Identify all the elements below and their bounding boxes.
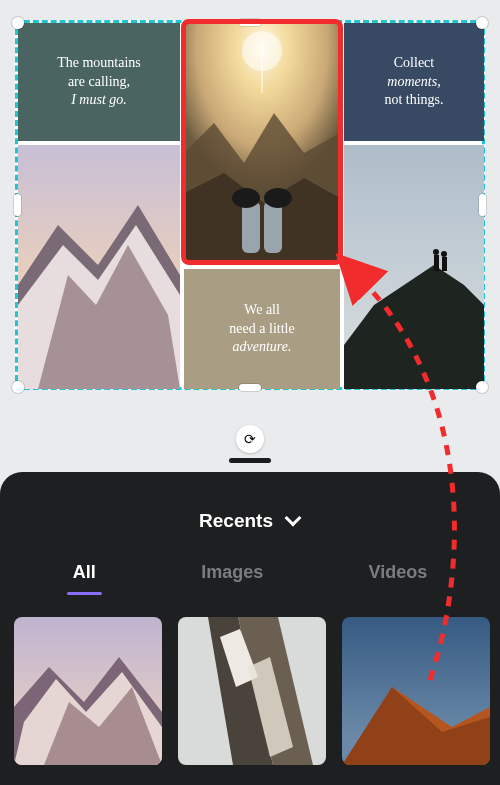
quote-line: Collect xyxy=(394,55,434,70)
quote-line: not things. xyxy=(384,92,443,107)
svg-rect-11 xyxy=(442,257,447,271)
svg-rect-6 xyxy=(261,43,263,93)
collage-tile-quote-3[interactable]: We all need a little adventure. xyxy=(184,269,340,389)
tab-images[interactable]: Images xyxy=(201,562,263,593)
selection-handle-corner[interactable] xyxy=(476,381,488,393)
collage-tile-image-right[interactable] xyxy=(344,145,484,389)
collage-tile-image-center[interactable] xyxy=(184,23,340,261)
collage-tile-quote-1[interactable]: The mountains are calling, I must go. xyxy=(18,23,180,141)
svg-rect-1 xyxy=(242,201,260,253)
sheet-drag-handle[interactable] xyxy=(229,458,271,463)
quote-line-emph: moments, xyxy=(387,74,440,89)
collage-frame[interactable]: The mountains are calling, I must go. xyxy=(15,20,485,390)
svg-rect-9 xyxy=(434,255,439,271)
selection-handle-edge[interactable] xyxy=(239,384,261,391)
selection-handle-corner[interactable] xyxy=(12,381,24,393)
tab-all[interactable]: All xyxy=(73,562,96,593)
mountain-sunflare-image xyxy=(184,23,340,261)
canvas-area: The mountains are calling, I must go. xyxy=(0,0,500,390)
tab-videos[interactable]: Videos xyxy=(369,562,428,593)
svg-point-3 xyxy=(232,188,260,208)
media-picker-sheet: Recents All Images Videos xyxy=(0,472,500,785)
quote-line-emph: I must go. xyxy=(71,92,127,107)
selection-handle-edge[interactable] xyxy=(14,194,21,216)
svg-point-4 xyxy=(264,188,292,208)
rotate-icon: ⟳ xyxy=(244,431,256,448)
selection-handle-corner[interactable] xyxy=(476,17,488,29)
quote-line: need a little xyxy=(229,321,294,336)
collage-tile-quote-2[interactable]: Collect moments, not things. xyxy=(344,23,484,141)
media-thumbnail[interactable] xyxy=(342,617,490,765)
snowy-peak-image xyxy=(18,145,180,389)
picker-source-selector[interactable]: Recents xyxy=(0,510,500,532)
selection-handle-edge[interactable] xyxy=(239,19,261,26)
svg-point-12 xyxy=(441,251,447,257)
hikers-silhouette-image xyxy=(344,145,484,389)
picker-tabs: All Images Videos xyxy=(0,562,500,593)
media-thumbnail[interactable] xyxy=(178,617,326,765)
picker-source-label: Recents xyxy=(199,510,273,532)
rotate-button[interactable]: ⟳ xyxy=(236,425,264,453)
collage-tile-image-left[interactable] xyxy=(18,145,180,389)
quote-line-emph: adventure. xyxy=(233,339,292,354)
quote-line: are calling, xyxy=(68,74,130,89)
quote-line: The mountains xyxy=(57,55,141,70)
thumbnail-strip xyxy=(0,607,500,765)
svg-rect-2 xyxy=(264,201,282,253)
chevron-down-icon xyxy=(287,514,301,528)
media-thumbnail[interactable] xyxy=(14,617,162,765)
quote-line: We all xyxy=(244,302,280,317)
selection-handle-corner[interactable] xyxy=(12,17,24,29)
svg-point-10 xyxy=(433,249,439,255)
selection-handle-edge[interactable] xyxy=(479,194,486,216)
